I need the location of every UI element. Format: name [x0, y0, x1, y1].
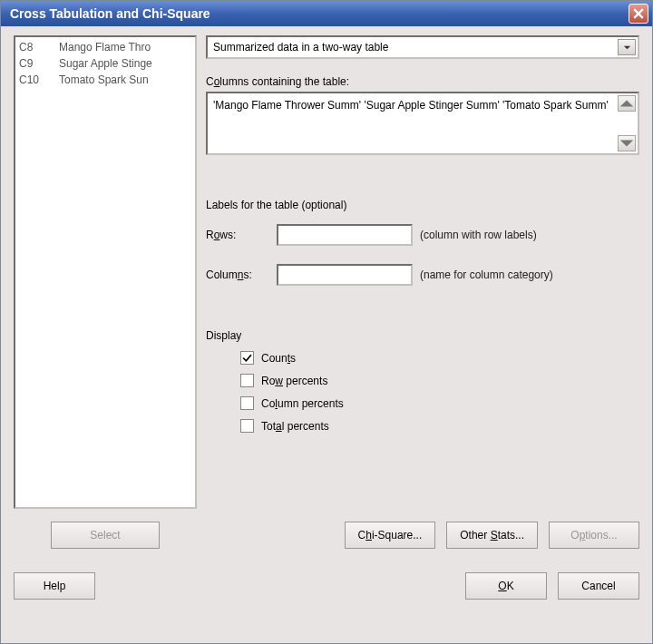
titlebar: Cross Tabulation and Chi-Square [1, 1, 652, 26]
chevron-down-icon[interactable] [618, 39, 636, 55]
columns-name-hint: (name for column category) [420, 268, 553, 281]
columns-label: Columns containing the table: [206, 75, 639, 88]
columns-value: 'Mango Flame Thrower Summ' 'Sugar Apple … [213, 99, 609, 112]
columns-name-label: Columns: [206, 268, 269, 281]
list-item[interactable]: C9 Sugar Apple Stinge [19, 55, 191, 72]
ok-button[interactable]: OK [465, 572, 547, 600]
dialog-content: C8 Mango Flame Thro C9 Sugar Apple Sting… [1, 26, 652, 643]
variable-listbox[interactable]: C8 Mango Flame Thro C9 Sugar Apple Sting… [14, 35, 197, 509]
rows-hint: (column with row labels) [420, 229, 537, 241]
dialog-window: Cross Tabulation and Chi-Square C8 Mango… [0, 0, 653, 644]
display-heading: Display [206, 329, 639, 342]
column-percents-checkbox[interactable] [240, 396, 254, 410]
counts-label: Counts [261, 352, 296, 365]
close-icon[interactable] [629, 4, 648, 24]
counts-checkbox[interactable] [240, 351, 254, 365]
chi-square-button[interactable]: Chi-Square... [345, 522, 436, 549]
right-pane: Summarized data in a two-way table Colum… [206, 35, 639, 509]
list-item[interactable]: C8 Mango Flame Thro [19, 39, 191, 55]
scroll-down-icon[interactable] [618, 135, 636, 151]
total-percents-checkbox[interactable] [240, 419, 254, 433]
row-percents-checkbox[interactable] [240, 374, 254, 387]
data-mode-value: Summarized data in a two-way table [213, 41, 388, 54]
row-percents-label: Row percents [261, 375, 327, 387]
cancel-button[interactable]: Cancel [558, 572, 639, 600]
help-button[interactable]: Help [14, 572, 95, 600]
data-mode-select[interactable]: Summarized data in a two-way table [206, 35, 639, 59]
total-percents-label: Total percents [261, 420, 329, 433]
rows-label: Rows: [206, 229, 269, 241]
scroll-up-icon[interactable] [618, 95, 636, 112]
columns-containing-table-input[interactable]: 'Mango Flame Thrower Summ' 'Sugar Apple … [206, 92, 639, 155]
options-button[interactable]: Options... [549, 522, 639, 549]
select-button[interactable]: Select [51, 522, 160, 549]
window-title: Cross Tabulation and Chi-Square [10, 6, 629, 21]
columns-name-input[interactable] [277, 264, 413, 286]
rows-input[interactable] [277, 224, 413, 246]
column-percents-label: Column percents [261, 397, 344, 410]
other-stats-button[interactable]: Other Stats... [446, 522, 538, 549]
list-item[interactable]: C10 Tomato Spark Sun [19, 72, 191, 88]
labels-heading: Labels for the table (optional) [206, 199, 639, 211]
